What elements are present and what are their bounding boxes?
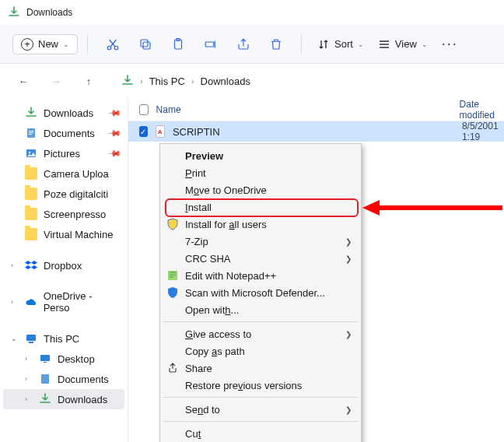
paste-button[interactable] [163,30,194,58]
menu-restore[interactable]: Restore previous versions [162,377,359,394]
sidebar-item-vm[interactable]: Virtual Machine [3,224,124,244]
file-name: SCRIPTIN [173,126,454,138]
menu-crcsha[interactable]: CRC SHA❯ [162,250,359,267]
sidebar-item-label: OneDrive - Perso [44,290,119,314]
menu-openwith[interactable]: Open with... [162,301,359,318]
sidebar-item-label: Poze digitalciti [44,188,108,200]
sidebar-item-label: This PC [44,333,79,345]
cut-button[interactable] [97,30,128,58]
delete-button[interactable] [261,30,292,58]
menu-preview[interactable]: Preview [162,147,359,164]
view-button[interactable]: View ⌄ [372,35,434,54]
sidebar-item-label: Documents [58,374,109,385]
svg-rect-3 [141,40,148,47]
menu-giveaccess[interactable]: Give access to❯ [162,325,359,342]
notepadpp-icon [166,269,179,282]
sidebar-item-thispc[interactable]: ⌄ This PC [3,328,124,349]
sidebar-item-camera[interactable]: Camera Uploa [3,163,124,184]
command-bar: + New ⌄ Sort ⌄ View ⌄ ··· [0,25,504,64]
downloads-icon [8,6,20,19]
menu-label: Install [185,202,212,213]
sidebar-item-documents2[interactable]: › Documents [3,369,124,389]
separator [87,35,88,54]
menu-label: Restore previous versions [185,380,302,391]
nav-pane: Downloads 📌 Documents 📌 Pictures 📌 Camer… [0,98,128,442]
forward-button[interactable]: → [45,70,67,92]
menu-move-onedrive[interactable]: Move to OneDrive [162,181,359,198]
onedrive-icon [25,296,37,308]
submenu-arrow-icon: ❯ [345,405,352,414]
breadcrumb-downloads[interactable]: Downloads [201,75,250,87]
chevron-right-icon: › [11,261,19,269]
desktop-icon [39,353,51,365]
more-button[interactable]: ··· [436,33,464,55]
menu-copypath[interactable]: Copy as path [162,342,359,360]
menu-divider [163,397,358,398]
chevron-right-icon: › [140,76,143,86]
defender-icon [166,286,179,299]
menu-install[interactable]: Install [162,198,359,216]
chevron-down-icon: ⌄ [63,40,69,48]
downloads-icon [121,75,134,87]
menu-7zip[interactable]: 7-Zip❯ [162,233,359,250]
sort-button[interactable]: Sort ⌄ [311,35,370,54]
chevron-right-icon: › [25,375,33,383]
sidebar-item-label: Screenpresso [44,209,106,220]
downloads-icon [25,107,37,119]
documents-icon [25,127,37,139]
breadcrumb-thispc[interactable]: This PC [149,75,185,87]
sidebar-item-desktop[interactable]: › Desktop [3,349,124,369]
sidebar-item-pictures[interactable]: Pictures 📌 [3,143,124,163]
sidebar-item-label: Documents [44,128,95,139]
menu-notepadpp[interactable]: Edit with Notepad++ [162,267,359,284]
sidebar-item-label: Pictures [44,148,80,160]
pictures-icon [25,147,37,160]
new-button[interactable]: + New ⌄ [12,34,78,54]
window-title: Downloads [26,7,72,18]
menu-sendto[interactable]: Send to❯ [162,401,359,418]
sidebar-item-poze[interactable]: Poze digitalciti [3,184,124,204]
sidebar-item-label: Downloads [44,107,93,119]
sidebar-item-dropbox[interactable]: › Dropbox [3,255,124,275]
rename-button[interactable] [195,30,226,58]
sort-label: Sort [334,38,353,50]
menu-label: Send to [185,404,220,416]
thispc-icon [25,332,37,345]
sidebar-item-screenpresso[interactable]: Screenpresso [3,204,124,224]
chevron-right-icon: › [191,76,194,86]
back-button[interactable]: ← [12,70,34,92]
menu-install-all[interactable]: Install for all users [162,216,359,233]
sidebar-item-downloads[interactable]: Downloads 📌 [3,103,124,123]
menu-print[interactable]: Print [162,164,359,181]
chevron-right-icon: › [11,298,19,306]
folder-icon [25,167,37,180]
sidebar-item-onedrive[interactable]: › OneDrive - Perso [3,286,124,317]
svg-rect-15 [40,355,50,361]
sidebar-item-label: Downloads [58,394,107,405]
submenu-arrow-icon: ❯ [345,254,352,263]
menu-label: Preview [185,150,223,162]
sidebar-item-downloads2[interactable]: › Downloads [3,389,124,409]
menu-defender[interactable]: Scan with Microsoft Defender... [162,284,359,301]
row-checkbox[interactable]: ✓ [139,126,147,137]
pin-icon: 📌 [107,146,122,160]
plus-icon: + [21,38,33,51]
font-file-icon: A [156,125,165,138]
menu-cut[interactable]: Cut [162,425,359,442]
select-all-checkbox[interactable] [139,104,148,115]
copy-button[interactable] [130,30,161,58]
file-row[interactable]: ✓ A SCRIPTIN 8/5/2001 1:19 [128,121,504,142]
address-bar: ← → ↑ › This PC › Downloads [0,64,504,98]
sidebar-item-documents[interactable]: Documents 📌 [3,123,124,143]
column-date[interactable]: Date modified [460,99,504,121]
chevron-down-icon: ⌄ [11,335,19,342]
breadcrumb: › This PC › Downloads [121,75,250,87]
up-button[interactable]: ↑ [78,70,100,92]
share-button[interactable] [228,30,259,58]
pin-icon: 📌 [107,105,122,120]
menu-share[interactable]: Share [162,360,359,377]
column-name[interactable]: Name [156,104,452,115]
file-date: 8/5/2001 1:19 [462,121,504,142]
submenu-arrow-icon: ❯ [345,237,352,246]
menu-divider [163,321,358,322]
